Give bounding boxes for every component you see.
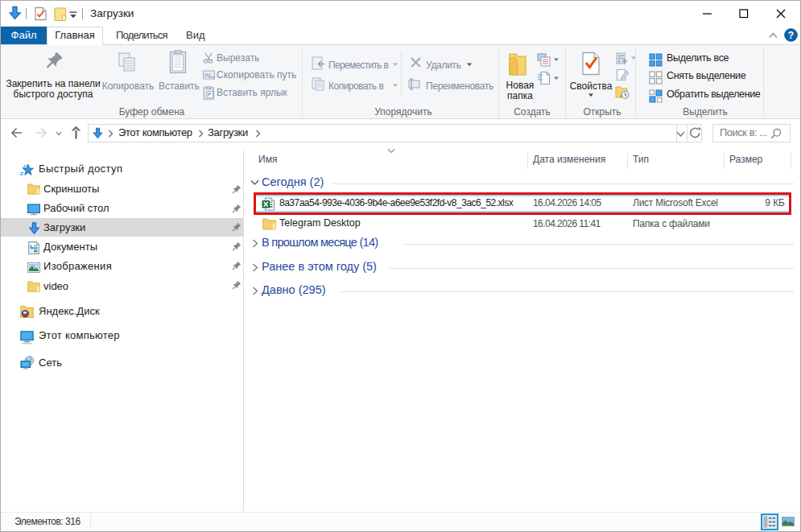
svg-text:?: ? — [788, 30, 794, 41]
svg-text:W: W — [204, 72, 211, 79]
